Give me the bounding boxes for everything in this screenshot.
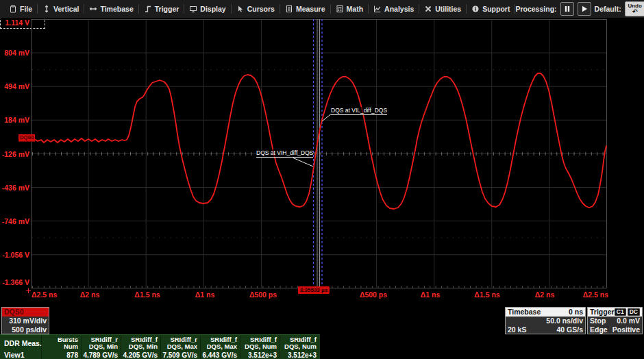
- channel-vdiv: 310 mV/div: [9, 317, 47, 325]
- timebase-samples: 20 kS: [508, 325, 526, 334]
- y-axis-label: 494 mV: [4, 82, 29, 90]
- y-axis-label: -436 mV: [2, 184, 29, 192]
- table-column: SRIdiff_f DQS, Num 3.512e+3: [240, 336, 280, 359]
- vih-callout-line: [293, 158, 313, 167]
- channel-tdiv: 500 ps/div: [12, 325, 47, 334]
- column-header: DQS, Min: [121, 343, 161, 350]
- table-cell: 7.509 GV/s: [161, 351, 201, 359]
- y-axis-label: -1.366 V: [2, 278, 29, 286]
- trigger-descriptor[interactable]: Trigger C1 DC Stop 0.0 mV Edge Positive: [587, 307, 643, 334]
- column-header: DQS, Max: [201, 343, 240, 350]
- x-axis-label: Δ2 ns: [80, 290, 100, 299]
- timebase-rate: 40 GS/s: [556, 325, 583, 334]
- trigger-source-badge: C1: [615, 308, 626, 316]
- x-axis-label: Δ1.5 ns: [134, 290, 160, 299]
- graticule: [31, 19, 607, 288]
- cursor-time-badge: 8.35533 µs: [298, 286, 330, 294]
- table-title: DDR Meas.: [4, 339, 42, 347]
- table-cell: 4.789 GV/s: [82, 351, 121, 359]
- x-axis-label: Δ2.5 ns: [583, 290, 608, 299]
- trace-label-badge[interactable]: DQS0: [18, 134, 35, 142]
- annotation-vil: DQS at VIL_diff_DQS: [331, 107, 387, 115]
- table-column: SRIdiff_f DQS, Min 4.205 GV/s: [121, 336, 161, 359]
- column-separator: [81, 336, 82, 359]
- trigger-mode: Stop: [590, 317, 606, 325]
- column-separator: [240, 336, 240, 359]
- column-header: DQS, Max: [161, 343, 201, 350]
- table-cell: 3.512e+3: [240, 351, 280, 359]
- annotation-vih: DQS at VIH_diff_DQS: [256, 149, 313, 158]
- x-axis-label: Δ1.5 ns: [474, 290, 499, 299]
- y-axis-label: -126 mV: [2, 150, 29, 158]
- x-axis-label: Δ2.5 ns: [32, 290, 57, 299]
- column-header: DQS, Num: [280, 343, 320, 350]
- column-separator: [200, 336, 201, 359]
- waveform-plot: [0, 0, 644, 359]
- timebase-tdiv: 50.0 ns/div: [546, 317, 583, 325]
- table-column: SRIdiff_r DQS, Max 7.509 GV/s: [161, 336, 201, 359]
- timebase-offset: 0 ns: [569, 308, 583, 317]
- table-column: Bursts Num 878: [42, 336, 82, 359]
- channel-name: DQS0: [4, 308, 24, 317]
- x-axis-label: Δ1 ns: [195, 290, 215, 299]
- trigger-title: Trigger: [590, 308, 615, 317]
- oscilloscope-app: File Vertical Timebase Trigger Display C…: [0, 0, 644, 359]
- trigger-coupling-badge: DC: [628, 308, 640, 316]
- x-axis-label: Δ1 ns: [421, 290, 441, 299]
- trigger-position-marker: [26, 288, 31, 293]
- channel-descriptor-dqs0[interactable]: DQS0 310 mV/div 500 ps/div: [1, 307, 49, 334]
- x-axis-label: Δ2 ns: [535, 290, 555, 299]
- trigger-slope: Positive: [612, 325, 640, 334]
- table-column: SRIdiff_r DQS, Min 4.789 GV/s: [82, 336, 121, 359]
- timebase-descriptor[interactable]: Timebase 0 ns 50.0 ns/div 20 kS 40 GS/s: [505, 307, 586, 334]
- column-header: DQS, Num: [240, 343, 280, 350]
- table-column: SRIdiff_f DQS, Num 3.512e+3: [280, 336, 320, 359]
- table-row-label: View1: [4, 351, 25, 359]
- column-header: DQS, Min: [82, 343, 121, 350]
- timebase-title: Timebase: [508, 308, 541, 317]
- y-axis-label: -1.056 V: [2, 251, 29, 259]
- y-axis-label: 184 mV: [4, 116, 29, 124]
- table-cell: 3.512e+3: [280, 351, 320, 359]
- x-axis-label: Δ500 ps: [249, 290, 277, 299]
- ddr-measure-table: DDR Meas. View1 Bursts Num 878 SRIdiff_r…: [0, 334, 320, 359]
- trigger-level: 0.0 mV: [617, 317, 640, 325]
- table-cell: 6.443 GV/s: [201, 351, 240, 359]
- column-separator: [41, 336, 42, 359]
- y-axis-label: 804 mV: [4, 49, 29, 57]
- table-cell: 878: [42, 351, 82, 359]
- column-header: Num: [42, 343, 82, 350]
- column-separator: [121, 336, 121, 359]
- trigger-type: Edge: [590, 325, 608, 334]
- table-column: SRIdiff_f DQS, Max 6.443 GV/s: [201, 336, 240, 359]
- x-axis-label: Δ500 ps: [360, 290, 387, 299]
- column-separator: [160, 336, 161, 359]
- table-cell: 4.205 GV/s: [121, 351, 161, 359]
- y-axis-label: -746 mV: [2, 217, 29, 225]
- y-axis-label: 1.114 V: [5, 18, 29, 27]
- column-separator: [280, 336, 280, 359]
